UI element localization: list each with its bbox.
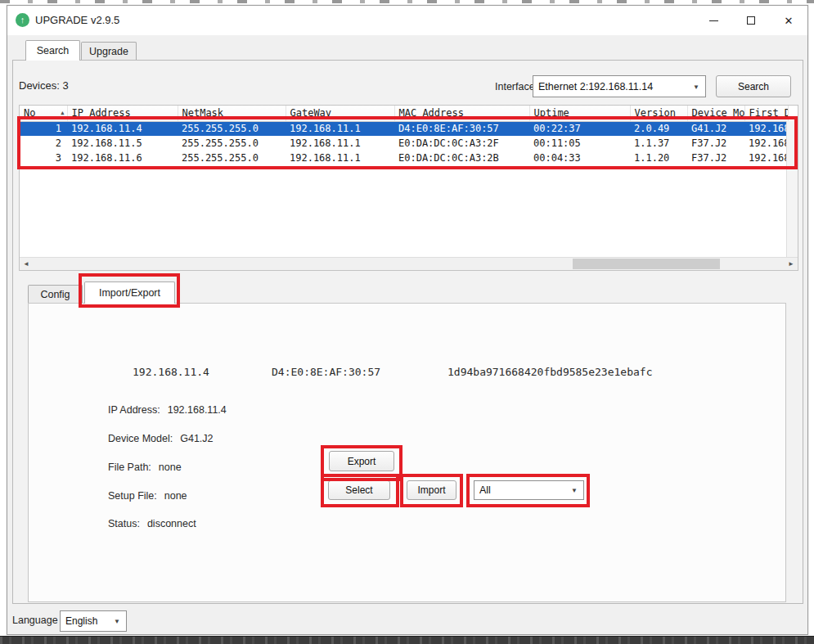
interface-label: Interface [495, 81, 535, 92]
field-ip-address: IP Address:192.168.11.4 [108, 404, 227, 416]
cell-ip: 192.168.11.6 [67, 151, 178, 165]
column-header-uptime[interactable]: Uptime [529, 106, 630, 121]
column-header-version[interactable]: Version [630, 106, 687, 121]
cell-gateway: 192.168.11.1 [286, 121, 394, 136]
cell-first: 192.168 [744, 151, 788, 165]
tab-search[interactable]: Search [25, 40, 80, 61]
chevron-down-icon: ▼ [693, 83, 699, 90]
cell-ip: 192.168.11.4 [67, 121, 178, 136]
maximize-button[interactable] [732, 6, 770, 35]
maximize-icon [747, 16, 755, 25]
field-value: disconnect [147, 518, 196, 529]
tab-upgrade[interactable]: Upgrade [81, 42, 137, 61]
import-scope-selected-value: All [479, 484, 491, 496]
cell-mac: E0:DA:DC:0C:A3:2F [394, 136, 529, 151]
window-title: UPGRADE v2.9.5 [35, 14, 119, 26]
app-upgrade-icon: ↑ [16, 13, 29, 27]
title-bar: ↑ UPGRADE v2.9.5 ✕ [7, 6, 807, 35]
field-label: Setup File: [108, 490, 157, 502]
cell-no: 1 [20, 121, 67, 136]
bottom-screen-edge [0, 636, 814, 644]
device-table: No ▲ IP Address NetMask GateWay MAC Addr… [20, 106, 789, 165]
cell-version: 1.1.37 [630, 136, 687, 151]
column-header-netmask[interactable]: NetMask [178, 106, 286, 121]
vertical-scrollbar[interactable] [786, 121, 798, 257]
selected-device-ip: 192.168.11.4 [133, 366, 209, 378]
cell-mac: E0:DA:DC:0C:A3:2B [394, 151, 529, 165]
cell-gateway: 192.168.11.1 [286, 151, 394, 165]
window-controls: ✕ [695, 6, 807, 35]
import-button[interactable]: Import [407, 480, 456, 500]
cell-no: 2 [20, 136, 67, 151]
cell-netmask: 255.255.255.0 [178, 151, 286, 165]
sort-ascending-icon: ▲ [61, 110, 64, 116]
column-header-gateway[interactable]: GateWay [286, 106, 394, 121]
import-export-panel: 192.168.11.4 D4:E0:8E:AF:30:57 1d94ba971… [28, 303, 786, 602]
minimize-button[interactable] [695, 6, 732, 35]
field-setup-file: Setup File:none [108, 490, 187, 502]
scroll-left-icon[interactable]: ◄ [20, 258, 33, 270]
cell-uptime: 00:22:37 [529, 121, 630, 136]
cell-version: 2.0.49 [630, 121, 687, 136]
field-value: none [164, 490, 187, 502]
interface-selected-value: Ethernet 2:192.168.11.14 [538, 81, 653, 92]
column-header-no[interactable]: No ▲ [20, 106, 67, 121]
cell-uptime: 00:11:05 [529, 136, 630, 151]
column-header-first[interactable]: First De [744, 106, 788, 121]
table-row-device-2[interactable]: 2 192.168.11.5 255.255.255.0 192.168.11.… [20, 136, 788, 151]
field-value: none [159, 462, 182, 473]
close-button[interactable]: ✕ [770, 6, 807, 35]
cell-first: 192.168 [744, 136, 788, 151]
device-table-area: No ▲ IP Address NetMask GateWay MAC Addr… [19, 105, 798, 271]
cell-first: 192.168 [744, 121, 788, 136]
cell-gateway: 192.168.11.1 [286, 136, 394, 151]
field-value: 192.168.11.4 [168, 404, 227, 416]
selected-device-hash: 1d94ba971668420fbd9585e23e1ebafc [447, 366, 652, 378]
cell-model: G41.J2 [687, 121, 744, 136]
chevron-down-icon: ▼ [114, 618, 120, 625]
language-select[interactable]: English ▼ [60, 610, 127, 632]
selected-device-mac: D4:E0:8E:AF:30:57 [272, 366, 380, 378]
table-row-device-3[interactable]: 3 192.168.11.6 255.255.255.0 192.168.11.… [20, 151, 788, 165]
chevron-down-icon: ▼ [571, 487, 578, 494]
field-status: Status:disconnect [108, 518, 196, 529]
app-window: ↑ UPGRADE v2.9.5 ✕ Search Upgrade Device… [7, 5, 808, 635]
devices-count-label: Devices: 3 [19, 79, 69, 92]
cell-version: 1.1.20 [630, 151, 687, 165]
column-label: No [24, 107, 35, 119]
scroll-right-icon[interactable]: ► [785, 258, 798, 270]
field-label: Status: [108, 518, 140, 529]
cell-ip: 192.168.11.5 [67, 136, 178, 151]
field-file-path: File Path:none [108, 462, 182, 473]
language-selected-value: English [65, 615, 97, 627]
scrollbar-thumb[interactable] [573, 259, 720, 269]
table-header-row: No ▲ IP Address NetMask GateWay MAC Addr… [20, 106, 788, 121]
column-header-ip[interactable]: IP Address [67, 106, 178, 121]
tab-import-export[interactable]: Import/Export [84, 281, 175, 304]
top-screen-edge [0, 0, 814, 3]
search-button[interactable]: Search [716, 75, 791, 97]
field-label: Device Model: [108, 433, 173, 444]
cell-uptime: 00:04:33 [529, 151, 630, 165]
horizontal-scrollbar[interactable]: ◄ ► [20, 257, 798, 270]
cell-model: F37.J2 [687, 136, 744, 151]
column-header-device-model[interactable]: Device Mo [687, 106, 744, 121]
field-value: G41.J2 [180, 433, 213, 444]
screen: ↑ UPGRADE v2.9.5 ✕ Search Upgrade Device… [0, 0, 814, 644]
cell-mac: D4:E0:8E:AF:30:57 [394, 121, 529, 136]
tab-config[interactable]: Config [28, 285, 83, 304]
cell-netmask: 255.255.255.0 [178, 136, 286, 151]
select-button[interactable]: Select [328, 480, 390, 500]
field-device-model: Device Model:G41.J2 [108, 433, 214, 444]
field-label: File Path: [108, 462, 151, 473]
cell-model: F37.J2 [687, 151, 744, 165]
interface-select[interactable]: Ethernet 2:192.168.11.14 ▼ [533, 75, 706, 97]
cell-netmask: 255.255.255.0 [178, 121, 286, 136]
field-label: IP Address: [108, 404, 160, 416]
import-scope-select[interactable]: All ▼ [474, 480, 584, 500]
export-button[interactable]: Export [329, 451, 394, 471]
table-row-device-1[interactable]: 1 192.168.11.4 255.255.255.0 192.168.11.… [20, 121, 788, 136]
language-label: Language [12, 615, 58, 626]
cell-no: 3 [20, 151, 67, 165]
column-header-mac[interactable]: MAC Address [394, 106, 529, 121]
